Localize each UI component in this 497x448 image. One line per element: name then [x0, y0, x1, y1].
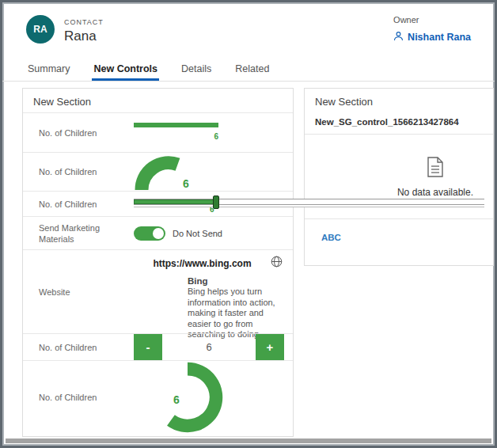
- tab-summary[interactable]: Summary: [26, 59, 71, 81]
- tab-related[interactable]: Related: [233, 59, 271, 81]
- avatar: RA: [26, 15, 55, 44]
- arc-gauge-value: 6: [183, 177, 189, 190]
- slider-fill: [134, 199, 215, 204]
- tab-details[interactable]: Details: [180, 59, 213, 81]
- field-label: No. of Children: [39, 153, 134, 191]
- field-row-arc-gauge: No. of Children 6: [23, 152, 293, 191]
- field-row-donut-gauge: No. of Children 6: [23, 360, 293, 434]
- field-row-stepper: No. of Children - 6 +: [23, 333, 293, 360]
- tab-new-controls[interactable]: New Controls: [92, 59, 159, 81]
- section-panel-right: New Section New_SG_control_1566213427864…: [304, 88, 494, 266]
- field-label: Website: [39, 250, 134, 333]
- website-url-link[interactable]: https://www.bing.com: [134, 258, 271, 269]
- section-title: New Section: [23, 89, 293, 112]
- field-label: No. of Children: [39, 334, 134, 360]
- empty-message: No data available.: [380, 187, 491, 198]
- section-panel-left: New Section No. of Children 6 No. of Chi…: [22, 88, 294, 437]
- horizontal-scrollbar[interactable]: [6, 439, 491, 443]
- owner-name: Nishant Rana: [408, 32, 471, 43]
- field-label: No. of Children: [39, 113, 134, 152]
- donut-gauge-icon: [151, 361, 284, 434]
- entity-label: CONTACT: [64, 15, 104, 26]
- site-preview-description: Bing helps you turn information into act…: [188, 287, 289, 340]
- arc-gauge-icon: [134, 154, 284, 192]
- field-label: No. of Children: [39, 361, 134, 434]
- person-icon: [393, 31, 404, 44]
- field-row-slider: No. of Children 6: [23, 191, 293, 216]
- subgrid-empty-state: No data available.: [380, 157, 491, 198]
- tab-bar: Summary New Controls Details Related: [2, 59, 495, 82]
- field-row-website: Website https://www.bing.com Bing Bing h…: [23, 249, 293, 333]
- field-row-toggle: Send Marketing Materials Do Not Send: [23, 216, 293, 249]
- record-header: RA CONTACT Rana Owner Nishant Rana: [2, 2, 495, 44]
- slider-handle[interactable]: [213, 196, 219, 209]
- stepper-value: 6: [162, 334, 256, 360]
- section-title: New Section: [305, 89, 493, 112]
- owner-link[interactable]: Nishant Rana: [393, 31, 471, 44]
- slider-track[interactable]: [134, 199, 484, 205]
- field-row-linear-progress: No. of Children 6: [23, 112, 293, 152]
- linear-progress-bar: [134, 123, 218, 127]
- field-label: Send Marketing Materials: [39, 217, 134, 249]
- abc-link[interactable]: ABC: [321, 233, 341, 242]
- toggle-switch[interactable]: [134, 226, 165, 241]
- donut-gauge-value: 6: [173, 393, 180, 406]
- globe-icon: [271, 256, 283, 271]
- app-window: RA CONTACT Rana Owner Nishant Rana Summa…: [0, 0, 497, 448]
- toggle-state-text: Do Not Send: [173, 229, 222, 238]
- subgrid-title: New_SG_control_1566213427864: [305, 112, 493, 135]
- field-label: No. of Children: [39, 192, 134, 216]
- owner-label: Owner: [393, 15, 471, 25]
- toggle-knob: [153, 228, 164, 239]
- site-preview-title: Bing: [188, 276, 289, 286]
- document-icon: [427, 166, 444, 180]
- increment-button[interactable]: +: [256, 334, 284, 360]
- decrement-button[interactable]: -: [134, 334, 162, 360]
- record-name: Rana: [64, 28, 104, 44]
- progress-value: 6: [134, 132, 218, 141]
